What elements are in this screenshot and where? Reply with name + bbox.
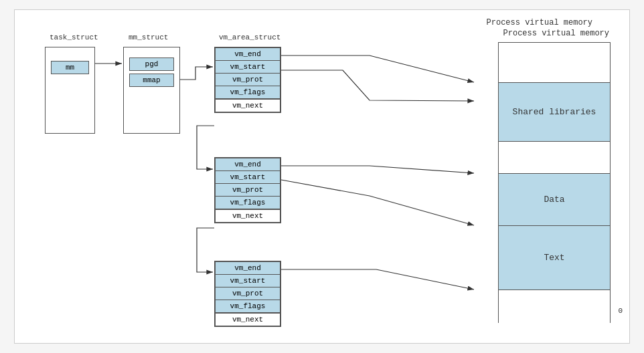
mm-cell: mm [51, 61, 89, 74]
vma1-vm-prot: vm_prot [215, 73, 280, 86]
pvm-data: Data [499, 174, 610, 226]
pvm-box: Shared libraries Data Text [498, 42, 611, 323]
pgd-cell: pgd [129, 57, 174, 71]
pvm-top-space [499, 43, 610, 83]
vm-area-struct-label: vm_area_struct [219, 33, 280, 41]
task-struct-box: mm [45, 47, 95, 134]
vma-box-3: vm_end vm_start vm_prot vm_flags vm_next [214, 261, 281, 327]
vma-box-2: vm_end vm_start vm_prot vm_flags vm_next [214, 157, 281, 223]
vma1-vm-next: vm_next [215, 99, 280, 112]
vma3-vm-start: vm_start [215, 274, 280, 287]
vma1-vm-flags: vm_flags [215, 86, 280, 99]
pvm-text: Text [499, 226, 610, 290]
vma3-vm-next: vm_next [215, 313, 280, 326]
vma1-vm-start: vm_start [215, 60, 280, 73]
mm-struct-label: mm_struct [129, 33, 168, 41]
zero-label: 0 [618, 307, 623, 315]
pvm-gap-1 [499, 142, 610, 174]
vma2-vm-end: vm_end [215, 158, 280, 170]
diagram-container: Process virtual memory task_struct mm mm… [14, 9, 630, 344]
vma2-vm-flags: vm_flags [215, 196, 280, 209]
vma3-vm-prot: vm_prot [215, 287, 280, 300]
pvm-bottom-space [499, 290, 610, 324]
pvm-title-text: Process virtual memory [503, 29, 609, 38]
vma1-vm-end: vm_end [215, 47, 280, 60]
mm-struct-box: pgd mmap [123, 47, 180, 134]
mmap-cell: mmap [129, 74, 174, 87]
vma-box-1: vm_end vm_start vm_prot vm_flags vm_next [214, 47, 281, 113]
vma2-vm-start: vm_start [215, 170, 280, 183]
pvm-title: Process virtual memory [487, 18, 592, 27]
vma3-vm-end: vm_end [215, 261, 280, 274]
task-struct-label: task_struct [50, 33, 98, 41]
pvm-shared-libraries: Shared libraries [499, 83, 610, 142]
vma2-vm-prot: vm_prot [215, 183, 280, 196]
vma3-vm-flags: vm_flags [215, 300, 280, 313]
vma2-vm-next: vm_next [215, 209, 280, 223]
